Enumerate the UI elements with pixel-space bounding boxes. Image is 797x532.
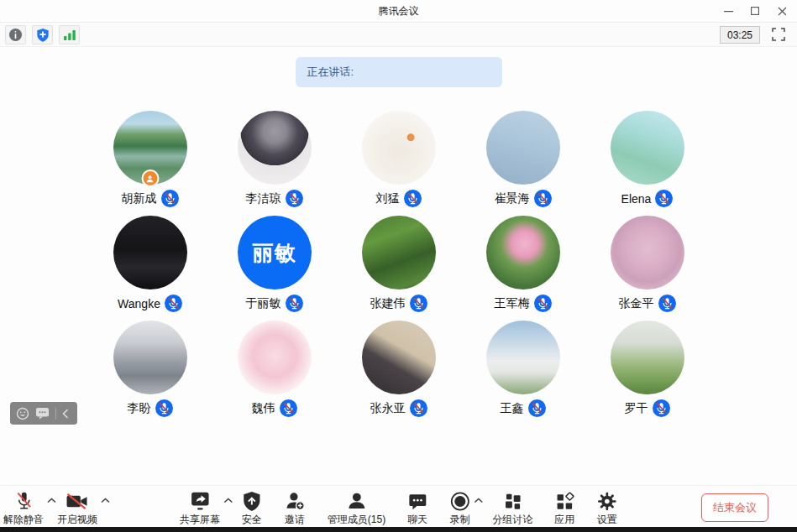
avatar-initials: 丽敏 <box>253 239 296 267</box>
record-button[interactable]: 录制 <box>449 489 470 527</box>
unmute-button[interactable]: 解除静音 <box>3 489 44 527</box>
participant-name: 魏伟 <box>252 401 275 416</box>
participant-tile[interactable]: 王军梅 <box>461 216 585 312</box>
start-video-button[interactable]: 开启视频 <box>57 489 97 527</box>
window-controls <box>715 0 795 22</box>
participant-name: Wangke <box>118 297 160 310</box>
settings-button[interactable]: 设置 <box>596 489 617 527</box>
participant-tile[interactable]: 崔景海 <box>461 111 585 207</box>
meeting-info-button[interactable] <box>5 25 26 44</box>
participants-grid: 胡新成 李洁琼 刘猛 崔景海 Elena Wang <box>0 111 797 417</box>
shield-up-icon <box>242 491 261 512</box>
end-meeting-button[interactable]: 结束会议 <box>701 493 768 522</box>
fullscreen-icon <box>772 28 785 41</box>
participant-name: 李盼 <box>128 401 151 416</box>
main-area: 正在讲话: 胡新成 李洁琼 刘猛 崔景海 Elena <box>0 47 797 485</box>
participant-tile[interactable]: 张金平 <box>585 216 710 312</box>
avatar <box>113 111 187 185</box>
bottom-toolbar-center: 共享屏幕 安全 邀请 管理成员(15) 聊天 录制 分组讨论 应用 设置 <box>180 489 617 527</box>
mic-muted-icon <box>286 295 303 312</box>
camera-off-icon <box>65 493 90 512</box>
blocks-icon <box>502 492 522 512</box>
share-screen-options-chevron[interactable] <box>223 498 233 503</box>
participant-name-row: Elena <box>621 190 674 207</box>
participant-tile[interactable]: 丽敏 于丽敏 <box>212 216 337 312</box>
close-button[interactable] <box>768 0 795 22</box>
mic-off-icon <box>13 490 34 512</box>
meeting-security-button[interactable] <box>32 25 53 44</box>
avatar <box>611 216 684 289</box>
start-video-options-chevron[interactable] <box>101 498 110 503</box>
maximize-button[interactable] <box>742 0 768 22</box>
network-status-button[interactable] <box>59 25 80 44</box>
security-button[interactable]: 安全 <box>242 489 262 527</box>
participant-tile[interactable]: 李盼 <box>88 321 212 417</box>
participant-name-row: Wangke <box>118 295 182 312</box>
close-icon <box>778 7 787 16</box>
mic-muted-icon <box>655 190 673 207</box>
participant-name-row: 王军梅 <box>495 295 552 312</box>
participant-tile[interactable]: 刘猛 <box>337 111 461 207</box>
members-button[interactable]: 管理成员(15) <box>328 489 385 527</box>
participant-name: 于丽敏 <box>246 296 281 311</box>
apps-button[interactable]: 应用 <box>554 489 574 527</box>
participant-tile[interactable]: Elena <box>585 111 710 207</box>
invite-button[interactable]: 邀请 <box>284 489 306 527</box>
avatar: 丽敏 <box>238 216 312 289</box>
share-screen-button[interactable]: 共享屏幕 <box>180 489 220 527</box>
top-toolbar: 03:25 <box>0 23 797 47</box>
chevron-left-icon <box>62 409 69 419</box>
breakout-button[interactable]: 分组讨论 <box>492 489 532 527</box>
participant-tile[interactable]: 魏伟 <box>212 321 337 417</box>
minimize-icon <box>724 7 733 16</box>
mic-muted-icon <box>286 190 303 207</box>
members-label: 管理成员(15) <box>328 513 385 527</box>
avatar <box>113 321 187 394</box>
apps-blocks-icon <box>554 492 574 512</box>
mic-muted-icon <box>410 399 427 417</box>
participant-name-row: 李洁琼 <box>246 190 303 207</box>
network-status-icon <box>63 29 76 41</box>
top-toolbar-left <box>5 25 80 44</box>
participant-name: 崔景海 <box>495 191 530 206</box>
record-options-chevron[interactable] <box>474 498 483 503</box>
settings-label: 设置 <box>597 513 617 527</box>
participant-tile[interactable]: Wangke <box>88 216 212 312</box>
meeting-info-icon <box>8 28 23 42</box>
unmute-options-chevron[interactable] <box>47 498 56 503</box>
participant-tile[interactable]: 罗干 <box>585 321 710 417</box>
participant-tile[interactable]: 张建伟 <box>337 216 461 312</box>
host-badge <box>141 170 159 187</box>
participant-tile[interactable]: 张永亚 <box>337 321 461 417</box>
person-add-icon <box>284 491 306 512</box>
mic-muted-icon <box>534 190 552 207</box>
speaking-banner: 正在讲话: <box>296 57 502 87</box>
host-person-icon <box>146 175 155 183</box>
participant-name-row: 刘猛 <box>376 190 422 207</box>
participant-name-row: 李盼 <box>128 399 173 417</box>
participant-name-row: 罗干 <box>625 399 670 417</box>
chat-button[interactable]: 聊天 <box>407 489 427 527</box>
participant-name-row: 胡新成 <box>122 190 179 207</box>
avatar <box>362 216 436 289</box>
mic-muted-icon <box>280 399 297 417</box>
participant-tile[interactable]: 李洁琼 <box>212 111 337 207</box>
participant-name-row: 张金平 <box>619 295 676 312</box>
chat-bubble-icon <box>407 492 427 512</box>
maximize-icon <box>751 7 759 15</box>
emoji-reaction-button[interactable] <box>16 407 29 420</box>
record-circle-icon <box>449 491 470 512</box>
fullscreen-button[interactable] <box>770 26 787 43</box>
participant-tile[interactable]: 胡新成 <box>88 111 212 207</box>
share-screen-label: 共享屏幕 <box>180 513 220 527</box>
participant-tile[interactable]: 王鑫 <box>461 321 585 417</box>
record-label: 录制 <box>450 513 470 527</box>
participant-name: 王鑫 <box>501 401 524 416</box>
minimize-button[interactable] <box>715 0 742 22</box>
participant-name: 罗干 <box>625 401 648 416</box>
captions-chat-button[interactable] <box>35 407 50 420</box>
speaking-banner-label: 正在讲话: <box>307 65 354 80</box>
avatar <box>238 321 312 394</box>
collapse-reaction-bar-button[interactable] <box>62 409 69 419</box>
captions-icon <box>35 407 50 420</box>
